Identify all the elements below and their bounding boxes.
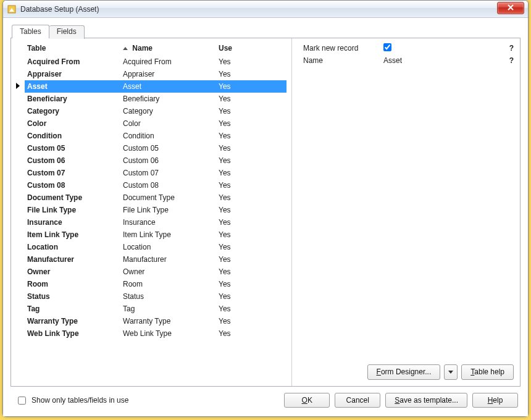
cell-use: Yes [216,290,286,303]
table-row[interactable]: StatusStatusYes [11,290,286,303]
cell-name: Category [120,105,216,117]
table-row[interactable]: BeneficiaryBeneficiaryYes [11,93,286,105]
cell-table: Status [25,290,120,303]
table-row[interactable]: OwnerOwnerYes [11,266,286,278]
cell-table: Warranty Type [25,315,120,327]
cell-table: Beneficiary [25,93,120,105]
tables-grid-wrap[interactable]: Table Name Use Acquired FromAcquired Fro… [11,38,291,386]
help-icon[interactable]: ? [504,56,514,65]
row-indicator-cell [11,253,25,266]
mark-new-record-checkbox[interactable] [383,43,391,51]
show-only-checkbox[interactable] [18,397,26,405]
cell-table: Category [25,105,120,117]
show-only-label: Show only tables/fields in use [31,396,128,405]
col-header-name-label: Name [132,44,153,52]
row-indicator-cell [11,130,25,142]
row-indicator-cell [11,303,25,315]
prop-name-value: Asset [383,56,504,65]
window-frame: Database Setup (Asset) Tables Fields [2,0,529,417]
cell-table: Location [25,241,120,253]
tab-fields[interactable]: Fields [49,25,85,39]
cell-name: Custom 06 [120,154,216,167]
table-row[interactable]: ManufacturerManufacturerYes [11,253,286,266]
row-indicator-cell [11,191,25,204]
prop-name-label: Name [303,56,383,65]
table-row[interactable]: CategoryCategoryYes [11,105,286,117]
cell-name: Color [120,117,216,130]
table-row[interactable]: Custom 06Custom 06Yes [11,154,286,167]
table-row[interactable]: Web Link TypeWeb Link TypeYes [11,327,286,340]
cancel-button[interactable]: Cancel [335,393,380,408]
form-designer-button[interactable]: Form Designer... [367,364,441,380]
save-as-template-button[interactable]: Save as template... [385,393,467,408]
table-row[interactable]: RoomRoomYes [11,278,286,290]
cell-use: Yes [216,142,286,154]
tables-panel: Table Name Use Acquired FromAcquired Fro… [11,38,292,386]
cell-table: Insurance [25,216,120,229]
row-indicator-cell [11,315,25,327]
row-indicator-cell [11,216,25,229]
window-title: Database Setup (Asset) [20,5,99,14]
row-indicator-cell [11,327,25,340]
table-row[interactable]: LocationLocationYes [11,241,286,253]
cell-name: Appraiser [120,68,216,80]
cell-table: Tag [25,303,120,315]
help-button[interactable]: Help [472,393,518,408]
properties-panel: Mark new record ? Name Asset ? Form Desi… [292,38,520,386]
cell-name: Acquired From [120,56,216,68]
properties-list: Mark new record ? Name Asset ? [292,38,520,72]
row-indicator-cell [11,241,25,253]
table-row[interactable]: Custom 05Custom 05Yes [11,142,286,154]
table-row[interactable]: InsuranceInsuranceYes [11,216,286,229]
table-row[interactable]: Item Link TypeItem Link TypeYes [11,229,286,241]
cell-table: Room [25,278,120,290]
row-indicator-cell [11,204,25,216]
cell-use: Yes [216,154,286,167]
cell-table: Item Link Type [25,229,120,241]
cell-table: Custom 07 [25,167,120,179]
prop-mark-label: Mark new record [303,44,383,52]
help-icon[interactable]: ? [504,44,514,52]
cell-name: Custom 08 [120,179,216,191]
cell-name: Asset [120,80,216,93]
close-button[interactable] [497,2,524,14]
table-row[interactable]: Acquired FromAcquired FromYes [11,56,286,68]
cell-table: Color [25,117,120,130]
row-indicator-cell [11,290,25,303]
cell-use: Yes [216,266,286,278]
chevron-down-icon [448,371,453,374]
table-row[interactable]: Custom 08Custom 08Yes [11,179,286,191]
row-indicator-cell [11,80,25,93]
tab-tables[interactable]: Tables [12,25,49,38]
show-only-in-use[interactable]: Show only tables/fields in use [15,395,128,406]
table-row[interactable]: File Link TypeFile Link TypeYes [11,204,286,216]
cell-use: Yes [216,315,286,327]
cell-use: Yes [216,105,286,117]
cell-table: Owner [25,266,120,278]
table-row[interactable]: AssetAssetYes [11,80,286,93]
table-row[interactable]: Document TypeDocument TypeYes [11,191,286,204]
cell-name: Custom 07 [120,167,216,179]
row-indicator-cell [11,105,25,117]
table-row[interactable]: TagTagYes [11,303,286,315]
table-row[interactable]: Custom 07Custom 07Yes [11,167,286,179]
cell-table: Condition [25,130,120,142]
table-help-label: able help [474,368,504,376]
table-row[interactable]: ColorColorYes [11,117,286,130]
table-row[interactable]: AppraiserAppraiserYes [11,68,286,80]
col-header-table[interactable]: Table [25,41,120,56]
col-header-use[interactable]: Use [216,41,286,56]
form-designer-dropdown[interactable] [444,364,458,380]
bottom-bar: Show only tables/fields in use OK Cancel… [10,387,521,409]
table-row[interactable]: ConditionConditionYes [11,130,286,142]
ok-button[interactable]: OK [284,393,330,408]
row-indicator-cell [11,167,25,179]
col-header-name[interactable]: Name [120,41,216,56]
row-indicator-cell [11,179,25,191]
row-indicator-cell [11,117,25,130]
cell-table: Web Link Type [25,327,120,340]
table-row[interactable]: Warranty TypeWarranty TypeYes [11,315,286,327]
table-help-button[interactable]: Table help [461,364,514,380]
content-area: Tables Fields Table Name [3,18,528,416]
col-header-indicator[interactable] [11,41,25,56]
